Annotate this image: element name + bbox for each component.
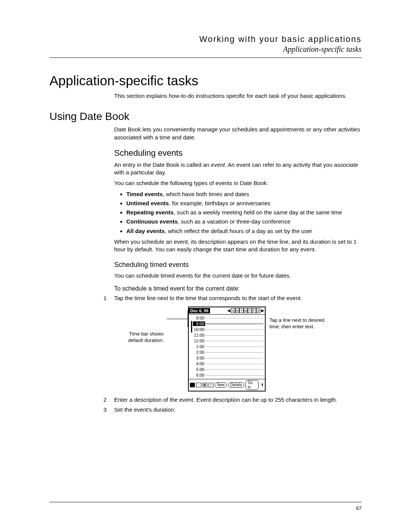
step-text: Tap the time line next to the time that … xyxy=(114,294,362,302)
page-number: 67 xyxy=(49,505,362,511)
goto-button[interactable]: Go to xyxy=(245,380,259,390)
header-rule xyxy=(49,58,362,58)
time-row[interactable]: 3:00 xyxy=(191,355,263,361)
lead-current-date: To schedule a timed event for the curren… xyxy=(114,285,362,292)
intro-paragraph: This section explains how-to-do instruct… xyxy=(114,92,362,100)
next-arrow-icon[interactable]: ▶ xyxy=(260,308,265,313)
bullet-bold: All day events xyxy=(126,228,165,234)
event-types-list: Timed events, which have both times and … xyxy=(114,190,362,235)
time-row[interactable]: 8:00 xyxy=(191,315,263,321)
list-item: All day events, which reflect the defaul… xyxy=(126,227,362,235)
view-month-icon[interactable]: ▦ xyxy=(202,383,207,387)
day-cell[interactable]: W xyxy=(244,308,248,313)
step-row: 3 Set the event's duration: xyxy=(49,406,362,414)
day-cell[interactable]: S xyxy=(256,308,260,313)
step-row: 2 Enter a description of the event. Even… xyxy=(49,396,362,404)
heading-4-timed: Scheduling timed events xyxy=(114,261,362,269)
timed-paragraph-1: You can schedule timed events for the cu… xyxy=(114,272,362,280)
step-text: Enter a description of the event. Event … xyxy=(114,396,362,404)
header-subtitle: Application-specific tasks xyxy=(49,45,362,54)
device-date: Dec 6, 99 xyxy=(189,308,210,313)
time-row[interactable]: 1:00 xyxy=(191,344,263,350)
prev-arrow-icon[interactable]: ◀ xyxy=(226,308,231,313)
page-header: Working with your basic applications App… xyxy=(49,34,362,54)
datebook-figure: Time bar shows default duration. Dec 6, … xyxy=(114,307,362,391)
view-week-icon[interactable]: ⋯ xyxy=(196,383,201,387)
bullet-rest: , such as a weekly meeting held on the s… xyxy=(174,209,342,216)
day-cell[interactable]: T xyxy=(239,308,244,313)
list-item: Repeating events, such as a weekly meeti… xyxy=(126,209,362,216)
heading-2: Using Date Book xyxy=(49,110,362,123)
callout-line-left xyxy=(167,319,188,319)
details-button[interactable]: Details xyxy=(228,382,244,388)
datebook-device: Dec 6, 99 ◀ S M T W T F S ▶ 8:00 9:00 10… xyxy=(188,307,266,391)
heading-1: Application-specific tasks xyxy=(49,73,362,88)
day-cell[interactable]: T xyxy=(248,308,252,313)
bullet-bold: Repeating events xyxy=(126,209,174,216)
sched-paragraph-3: When you schedule an event, its descript… xyxy=(114,238,362,254)
scroll-up-icon[interactable]: ⬆ xyxy=(261,383,264,387)
list-item: Untimed events, for example, birthdays o… xyxy=(126,200,362,207)
bullet-bold: Timed events xyxy=(126,191,163,197)
header-title: Working with your basic applications xyxy=(49,34,362,44)
time-row-selected[interactable]: 9:00 xyxy=(191,321,263,327)
step-number: 2 xyxy=(49,396,114,404)
bullet-rest: , which reflect the default hours of a d… xyxy=(165,228,312,234)
datebook-intro: Date Book lets you conveniently manage y… xyxy=(114,126,362,141)
step-text: Set the event's duration: xyxy=(114,406,362,414)
bullet-rest: , for example, birthdays or anniversarie… xyxy=(169,200,271,206)
day-cell[interactable]: F xyxy=(252,308,256,313)
page-footer: 67 xyxy=(49,499,362,511)
time-row[interactable]: 10:00 xyxy=(191,327,263,332)
footer-rule xyxy=(49,502,362,502)
list-item: Continuous events, such as a vacation or… xyxy=(126,218,362,225)
new-button[interactable]: New xyxy=(215,382,227,388)
device-footer: ⋯ ▦ ≡ New Details Go to ⬆ xyxy=(189,379,265,391)
figure-left-callout: Time bar shows default duration. xyxy=(114,331,167,344)
day-cell[interactable]: S xyxy=(231,308,235,313)
list-item: Timed events, which have both times and … xyxy=(126,190,362,198)
bullet-bold: Continuous events xyxy=(126,218,178,225)
device-titlebar: Dec 6, 99 ◀ S M T W T F S ▶ xyxy=(189,307,265,315)
time-row[interactable]: 12:00 xyxy=(191,338,263,344)
day-cell[interactable]: M xyxy=(235,308,239,313)
time-row[interactable]: 4:00 xyxy=(191,361,263,367)
step-number: 1 xyxy=(49,294,114,302)
view-agenda-icon[interactable]: ≡ xyxy=(209,383,213,387)
time-row[interactable]: 11:00 xyxy=(191,332,263,338)
sched-p1-a: An entry in the Date Book is called an xyxy=(114,161,211,168)
sched-paragraph-2: You can schedule the following types of … xyxy=(114,179,362,187)
step-row: 1 Tap the time line next to the time tha… xyxy=(49,294,362,302)
sched-paragraph-1: An entry in the Date Book is called an e… xyxy=(114,161,362,177)
view-day-icon[interactable] xyxy=(190,383,195,387)
time-row[interactable]: 5:00 xyxy=(191,367,263,372)
bullet-bold: Untimed events xyxy=(126,200,169,206)
figure-right-callout: Tap a line next to desired time; then en… xyxy=(266,317,334,330)
heading-3-scheduling: Scheduling events xyxy=(114,148,362,158)
bullet-rest: , which have both times and dates xyxy=(163,191,249,197)
bullet-rest: , such as a vacation or three-day confer… xyxy=(178,218,290,225)
sched-p1-em: event xyxy=(211,161,225,168)
device-body: 8:00 9:00 10:00 11:00 12:00 1:00 2:00 3:… xyxy=(189,315,265,379)
time-row[interactable]: 2:00 xyxy=(191,350,263,355)
time-row[interactable]: 6:00 xyxy=(191,372,263,378)
step-number: 3 xyxy=(49,406,114,414)
